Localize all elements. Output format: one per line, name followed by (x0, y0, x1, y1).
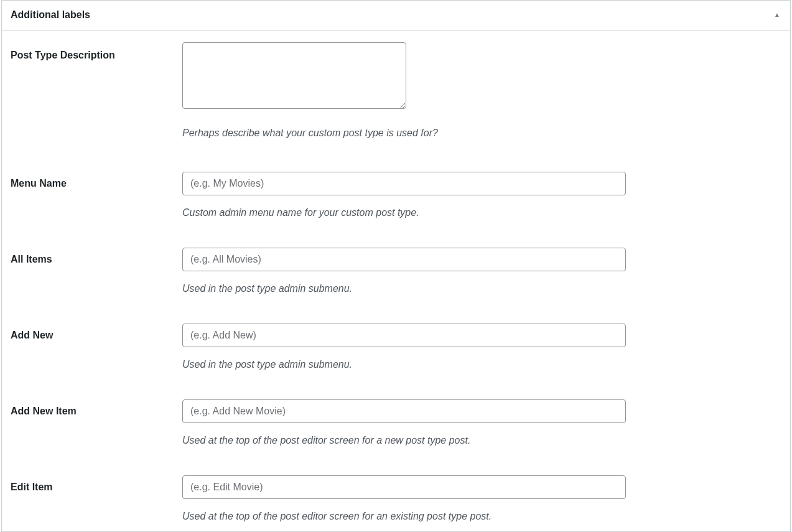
field-row-add-new-item: Add New Item Used at the top of the post… (11, 399, 781, 448)
field-label: All Items (11, 248, 182, 266)
panel-header[interactable]: Additional labels ▲ (2, 0, 790, 31)
all-items-input[interactable] (182, 248, 626, 271)
post-type-description-textarea[interactable] (182, 42, 406, 109)
field-help: Used in the post type admin submenu. (182, 357, 780, 372)
field-row-all-items: All Items Used in the post type admin su… (11, 248, 781, 296)
field-label: Edit Item (11, 475, 182, 494)
field-row-edit-item: Edit Item Used at the top of the post ed… (11, 475, 781, 524)
field-control: Used in the post type admin submenu. (182, 324, 780, 372)
field-help: Used at the top of the post editor scree… (182, 433, 780, 448)
field-help: Used at the top of the post editor scree… (182, 509, 780, 524)
field-help: Used in the post type admin submenu. (182, 281, 780, 296)
field-label: Add New Item (11, 399, 182, 418)
additional-labels-panel: Additional labels ▲ Post Type Descriptio… (1, 0, 791, 532)
field-help: Perhaps describe what your custom post t… (182, 126, 780, 141)
field-row-add-new: Add New Used in the post type admin subm… (11, 324, 781, 372)
field-control: Perhaps describe what your custom post t… (182, 42, 780, 141)
edit-item-input[interactable] (182, 475, 626, 499)
field-control: Custom admin menu name for your custom p… (182, 172, 780, 220)
field-label: Menu Name (11, 172, 182, 190)
field-label: Post Type Description (11, 42, 182, 62)
field-control: Used at the top of the post editor scree… (182, 399, 780, 448)
panel-body: Post Type Description Perhaps describe w… (2, 31, 790, 532)
menu-name-input[interactable] (182, 172, 626, 195)
field-control: Used in the post type admin submenu. (182, 248, 780, 296)
add-new-item-input[interactable] (182, 399, 626, 423)
field-row-menu-name: Menu Name Custom admin menu name for you… (11, 172, 781, 220)
field-label: Add New (11, 324, 182, 342)
field-row-post-type-description: Post Type Description Perhaps describe w… (11, 42, 781, 141)
field-control: Used at the top of the post editor scree… (182, 475, 780, 524)
field-help: Custom admin menu name for your custom p… (182, 205, 780, 220)
add-new-input[interactable] (182, 324, 626, 347)
panel-title: Additional labels (11, 8, 90, 22)
collapse-toggle-icon[interactable]: ▲ (774, 12, 781, 18)
